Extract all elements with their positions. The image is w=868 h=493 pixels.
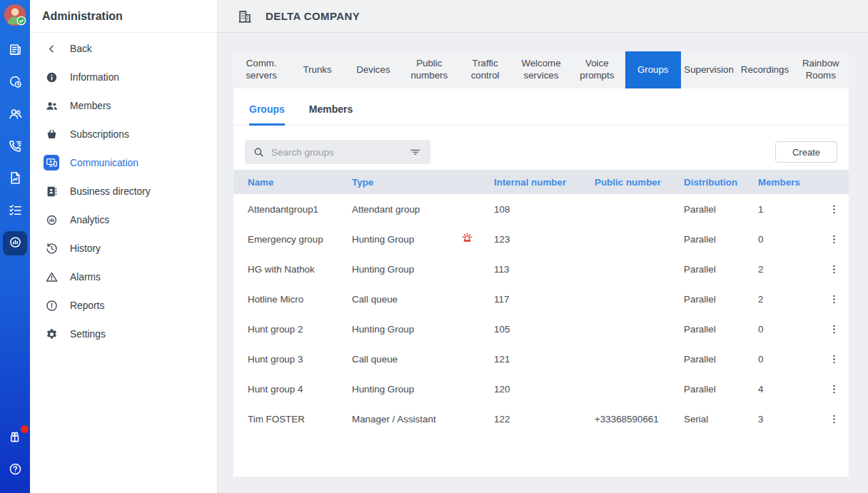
sidebar-item-subscriptions[interactable]: Subscriptions — [30, 120, 217, 148]
cell-internal-number: 108 — [494, 204, 595, 215]
table-row[interactable]: Emergency groupHunting Group123Parallel0 — [233, 224, 849, 254]
settings-icon — [44, 326, 59, 342]
cell-type: Hunting Group — [352, 234, 460, 245]
table-row[interactable]: Tim FOSTERManager / Assistant122+3336859… — [233, 404, 849, 434]
create-button[interactable]: Create — [775, 141, 837, 163]
groups-table: Attendantgroup1Attendant group108Paralle… — [233, 194, 849, 434]
row-menu-button[interactable] — [827, 322, 841, 336]
cell-type: Call queue — [352, 294, 460, 305]
company-name: DELTA COMPANY — [266, 10, 360, 22]
cell-type: Manager / Assistant — [352, 414, 460, 425]
sidebar-item-alarms[interactable]: Alarms — [30, 263, 217, 291]
sidebar-item-label: Back — [70, 44, 92, 54]
table-row[interactable]: Hotline MicroCall queue117Parallel2 — [233, 284, 849, 314]
sidebar-item-information[interactable]: Information — [30, 63, 217, 91]
cell-name: Attendantgroup1 — [248, 204, 352, 215]
cell-members: 0 — [758, 234, 827, 245]
search-input[interactable] — [271, 147, 402, 158]
alarms-icon — [44, 269, 59, 285]
sidebar-item-reports[interactable]: Reports — [30, 291, 217, 320]
row-menu-button[interactable] — [827, 352, 841, 366]
cell-members: 1 — [758, 204, 827, 215]
back-icon — [44, 41, 59, 56]
documents-icon — [8, 171, 23, 188]
filter-icon[interactable] — [408, 145, 423, 159]
cell-members: 4 — [758, 384, 827, 395]
sidebar-item-members[interactable]: Members — [30, 91, 217, 120]
column-header-name: Name — [248, 177, 352, 188]
sidebar-item-analytics[interactable]: Analytics — [30, 205, 217, 234]
rail-item-tasks[interactable] — [3, 199, 27, 223]
table-row[interactable]: Hunt group 2Hunting Group105Parallel0 — [233, 314, 849, 344]
company-building-icon — [237, 9, 253, 24]
tab-welcome-services[interactable]: Welcome services — [513, 51, 569, 88]
tab-public-numbers[interactable]: Public numbers — [401, 51, 457, 88]
sidebar-item-history[interactable]: History — [30, 234, 217, 263]
sidebar-item-label: Members — [70, 101, 111, 111]
sidebar-item-communication[interactable]: Communication — [30, 148, 217, 177]
sidebar-item-business-directory[interactable]: Business directory — [30, 177, 217, 205]
cell-name: Hunt group 4 — [248, 384, 352, 395]
tab-trunks[interactable]: Trunks — [289, 51, 345, 88]
row-menu-button[interactable] — [827, 292, 841, 306]
tab-rainbow-rooms[interactable]: Rainbow Rooms — [793, 51, 849, 88]
user-avatar[interactable] — [3, 3, 27, 27]
tab-groups[interactable]: Groups — [625, 51, 681, 88]
card-body: GroupsMembers Create NameTypeInternal nu… — [233, 88, 849, 477]
table-row[interactable]: Attendantgroup1Attendant group108Paralle… — [233, 194, 849, 224]
sidebar-item-label: Business directory — [70, 186, 151, 197]
column-header-members: Members — [758, 177, 827, 188]
table-row[interactable]: Hunt group 3Call queue121Parallel0 — [233, 344, 849, 374]
cell-public-number: +33368590661 — [595, 414, 684, 425]
cell-name: Hunt group 3 — [248, 354, 352, 365]
reports-icon — [44, 298, 59, 313]
tab-supervision[interactable]: Supervision — [681, 51, 737, 88]
rail-item-calls[interactable] — [3, 135, 27, 159]
rail-item-bulletins[interactable] — [3, 39, 27, 63]
subtab-groups[interactable]: Groups — [249, 103, 285, 126]
cell-name: Emergency group — [248, 234, 352, 245]
cell-name: Hotline Micro — [248, 294, 352, 305]
cell-type: Hunting Group — [352, 264, 460, 275]
communication-card: Comm. serversTrunksDevicesPublic numbers… — [233, 51, 849, 477]
sidebar-item-label: Reports — [70, 300, 104, 311]
cell-members: 0 — [758, 354, 827, 365]
row-menu-button[interactable] — [827, 412, 841, 426]
toolbar: Create — [233, 126, 849, 164]
row-menu-button[interactable] — [827, 202, 841, 216]
cell-name: Tim FOSTER — [248, 414, 352, 425]
rail-item-call-history[interactable] — [3, 71, 27, 95]
help-icon — [8, 462, 23, 479]
rail-item-documents[interactable] — [3, 167, 27, 191]
cell-name: HG with Nathok — [248, 264, 352, 275]
search-icon — [253, 146, 265, 158]
rail-item-analytics[interactable] — [3, 231, 27, 255]
table-row[interactable]: Hunt group 4Hunting Group120Parallel4 — [233, 374, 849, 404]
sidebar-item-settings[interactable]: Settings — [30, 320, 217, 348]
subtab-members[interactable]: Members — [309, 103, 353, 126]
communication-icon — [44, 155, 59, 171]
tab-comm-servers[interactable]: Comm. servers — [233, 51, 289, 88]
tab-recordings[interactable]: Recordings — [737, 51, 792, 88]
row-menu-button[interactable] — [827, 382, 841, 396]
section-tabbar: Comm. serversTrunksDevicesPublic numbers… — [233, 51, 849, 88]
cell-distribution: Parallel — [684, 234, 758, 245]
whats-new-icon — [8, 430, 23, 447]
row-menu-button[interactable] — [827, 262, 841, 276]
tab-devices[interactable]: Devices — [345, 51, 401, 88]
rail-item-contacts[interactable] — [3, 103, 27, 127]
content: Comm. serversTrunksDevicesPublic numbers… — [218, 33, 868, 477]
sidebar-item-back[interactable]: Back — [30, 34, 217, 63]
column-header-public-number: Public number — [595, 177, 684, 188]
tab-voice-prompts[interactable]: Voice prompts — [569, 51, 625, 88]
cell-members: 2 — [758, 294, 827, 305]
rail-item-whats-new[interactable] — [3, 426, 27, 450]
rail-item-help[interactable] — [3, 458, 27, 482]
cell-members: 3 — [758, 414, 827, 425]
cell-distribution: Parallel — [684, 324, 758, 335]
row-menu-button[interactable] — [827, 232, 841, 246]
cell-distribution: Parallel — [684, 264, 758, 275]
search-box — [245, 140, 430, 164]
tab-traffic-control[interactable]: Traffic control — [457, 51, 513, 88]
table-row[interactable]: HG with NathokHunting Group113Parallel2 — [233, 254, 849, 284]
